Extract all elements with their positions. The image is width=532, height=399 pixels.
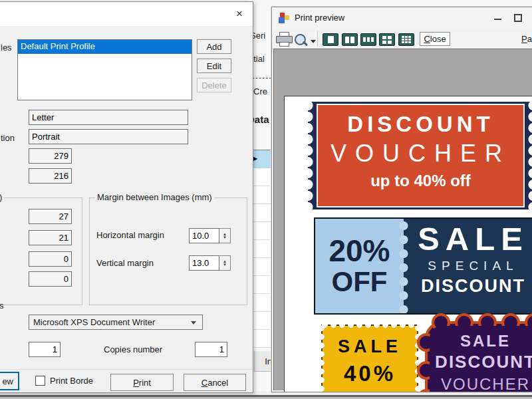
print-button-label: rint <box>139 378 151 388</box>
two-pages-icon[interactable] <box>342 33 358 46</box>
print-border-checkbox[interactable] <box>35 376 45 386</box>
dialog-title-bar <box>0 2 253 26</box>
preview-page: DISCOUNT VOUCHER up to 40% off 20% OFF S… <box>284 96 532 392</box>
add-button[interactable]: Add <box>197 39 231 54</box>
vertical-margin-spinner[interactable]: ▲ ▼ <box>189 255 231 271</box>
zoom-dropdown-icon[interactable] <box>311 40 316 43</box>
voucher-top-line1: DISCOUNT <box>347 112 493 137</box>
delete-button-label: Delete <box>201 80 227 90</box>
stamp-perforation-left <box>318 324 325 392</box>
printer-select-value: Microsoft XPS Document Writer <box>33 317 155 327</box>
margin-field-4[interactable] <box>29 271 72 287</box>
horizontal-margin-spin-arrows[interactable]: ▲ ▼ <box>219 228 231 243</box>
print-profiles-listbox[interactable]: Default Print Profile <box>17 39 192 100</box>
app-icon-red-square <box>280 13 285 17</box>
print-button-accel: P <box>133 378 139 388</box>
horizontal-margin-spinner[interactable]: ▲ ▼ <box>189 228 231 243</box>
page-label: Pa <box>521 34 532 44</box>
six-pages-icon[interactable] <box>398 33 414 46</box>
voucher-middle-left-panel: 20% OFF <box>315 219 404 313</box>
margin-field-2[interactable] <box>29 230 72 245</box>
voucher-sale-middle: 20% OFF SALE SPECIAL DISCOUNT <box>314 217 532 315</box>
four-pages-grid <box>382 36 392 44</box>
vertical-margin-field[interactable] <box>189 255 219 271</box>
printer-select[interactable]: Microsoft XPS Document Writer <box>29 315 203 330</box>
spin-down-icon[interactable]: ▼ <box>223 263 227 267</box>
print-preview-window: Print preview <box>271 7 532 392</box>
close-button-accel: C <box>424 34 430 44</box>
one-page-icon[interactable] <box>323 33 338 46</box>
vertical-margin-spin-arrows[interactable]: ▲ ▼ <box>219 255 231 271</box>
voucher-blob-purple: SALE DISCOUNT VOUCHER up to 30 % off <box>425 321 532 392</box>
paper-height-field[interactable] <box>29 148 72 164</box>
preview-client-area: DISCOUNT VOUCHER up to 40% off 20% OFF S… <box>273 49 532 390</box>
page-glyph <box>371 37 374 42</box>
voucher-top-line2: VOUCHER <box>331 140 511 168</box>
paper-size-field[interactable] <box>29 110 188 125</box>
one-page-glyph <box>328 36 334 43</box>
close-button-label: lose <box>430 34 446 44</box>
page-label-accel: P <box>521 34 527 44</box>
add-button-label: Add <box>206 42 221 52</box>
cancel-button[interactable]: Cancel <box>184 374 246 391</box>
printer-paper-out <box>279 42 289 47</box>
voucher-middle-off: OFF <box>332 267 388 297</box>
vertical-margin-label: Vertical margin <box>96 258 154 268</box>
four-pages-icon[interactable] <box>379 33 395 46</box>
stamp-line1: SALE <box>338 336 402 357</box>
voucher-discount-top: DISCOUNT VOUCHER up to 40% off <box>308 102 532 209</box>
edit-button-label: Edit <box>207 61 221 71</box>
page-label-rest: a <box>527 34 532 44</box>
pages-field[interactable] <box>29 342 61 357</box>
preview-toolbar: Close Pa <box>272 29 532 49</box>
voucher-top-inner: DISCOUNT VOUCHER up to 40% off <box>317 104 525 207</box>
many-pages-grid <box>402 36 411 43</box>
orientation-field[interactable] <box>29 129 188 144</box>
stamp-line3: OFF <box>348 390 392 392</box>
background-tab-create[interactable]: Cre <box>253 86 267 96</box>
voucher-top-line3: up to 40% off <box>370 172 471 190</box>
page-glyph <box>350 37 354 43</box>
voucher-middle-sale: SALE <box>418 220 529 257</box>
app-icon <box>279 13 289 23</box>
copies-number-label: Copies number <box>104 344 162 354</box>
margins-group-label: ) <box>0 192 4 202</box>
three-pages-icon[interactable] <box>360 33 376 46</box>
zoom-icon-handle <box>303 41 308 47</box>
profile-list-item[interactable]: Default Print Profile <box>18 40 192 54</box>
profiles-label: les <box>1 43 12 53</box>
voucher-middle-discount: DISCOUNT <box>421 275 525 297</box>
blob-line2: DISCOUNT <box>435 352 532 372</box>
preview-button[interactable]: ew <box>0 372 19 390</box>
cancel-button-accel: C <box>201 378 207 388</box>
maximize-icon[interactable] <box>514 14 522 22</box>
voucher-stamp-yellow: SALE 40% OFF <box>321 325 418 392</box>
screen: Seri ntial Cre Data ▶ In × les Default P… <box>0 0 532 399</box>
close-button[interactable]: Close <box>420 32 450 46</box>
print-button[interactable]: Print <box>110 374 174 391</box>
page-glyph <box>363 37 366 42</box>
blob-line1: SALE <box>460 332 511 350</box>
stamp-line2: 40% <box>344 361 396 386</box>
close-icon[interactable]: × <box>231 6 247 22</box>
copies-field[interactable] <box>195 342 227 357</box>
delete-button[interactable]: Delete <box>197 78 231 92</box>
footer-divider <box>0 369 253 370</box>
margin-field-3[interactable] <box>29 251 72 267</box>
margin-between-images-group: Margin between Images (mm) <box>89 198 247 305</box>
print-settings-dialog: × les Default Print Profile Add Edit Del… <box>0 1 253 393</box>
minimize-icon[interactable] <box>494 19 501 20</box>
print-border-label: Print Borde <box>50 376 93 386</box>
paper-width-field[interactable] <box>29 168 72 184</box>
chevron-down-icon <box>191 321 196 325</box>
page-glyph <box>345 37 349 43</box>
voucher-middle-special: SPECIAL <box>428 257 518 275</box>
spin-down-icon[interactable]: ▼ <box>223 236 227 239</box>
background-insert-button[interactable]: In <box>254 350 273 372</box>
horizontal-margin-field[interactable] <box>189 228 219 243</box>
horizontal-margin-label: Horizontal margin <box>96 230 164 240</box>
edit-button[interactable]: Edit <box>197 59 231 73</box>
perforation-dots <box>398 219 409 313</box>
print-icon[interactable] <box>272 29 292 49</box>
margin-field-1[interactable] <box>29 209 72 224</box>
